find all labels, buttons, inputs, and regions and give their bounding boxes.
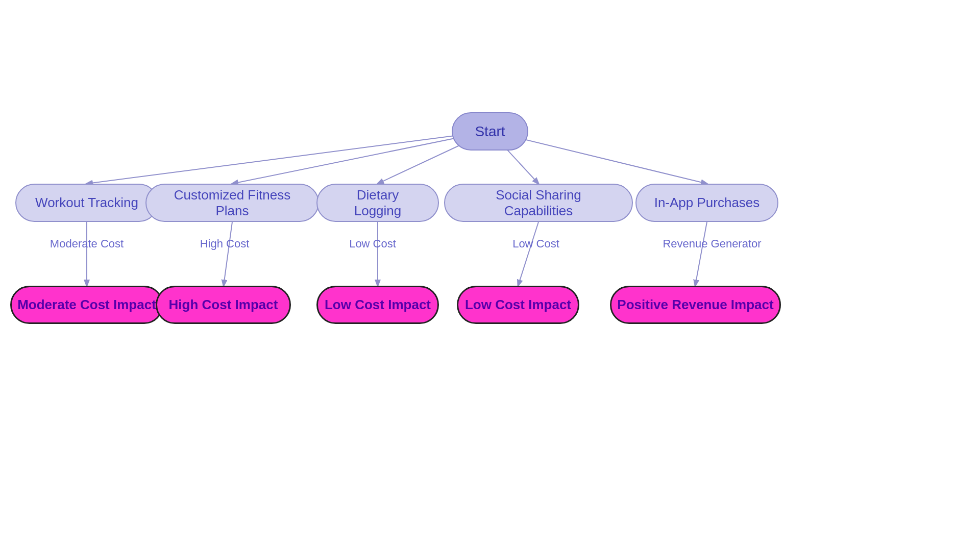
start-node: Start	[452, 112, 528, 151]
edge-label-dietary: Low Cost	[342, 237, 403, 251]
fitness-node: Customized Fitness Plans	[145, 184, 319, 222]
moderate-impact-label: Moderate Cost Impact	[17, 297, 156, 313]
moderate-impact-node: Moderate Cost Impact	[10, 286, 163, 324]
svg-line-0	[87, 131, 490, 184]
dietary-label: Dietary Logging	[333, 187, 423, 219]
low-impact-1-label: Low Cost Impact	[325, 297, 431, 313]
fitness-label: Customized Fitness Plans	[162, 187, 303, 219]
social-node: Social Sharing Capabilities	[444, 184, 633, 222]
svg-line-6	[224, 222, 232, 286]
low-impact-2-label: Low Cost Impact	[465, 297, 571, 313]
edge-label-fitness: High Cost	[194, 237, 255, 251]
svg-line-9	[695, 222, 707, 286]
edge-label-workout: Moderate Cost	[46, 237, 128, 251]
diagram-container: Start Workout Tracking Customized Fitnes…	[0, 0, 980, 551]
connectors-svg	[0, 0, 980, 551]
high-impact-node: High Cost Impact	[156, 286, 291, 324]
start-label: Start	[475, 123, 505, 140]
workout-label: Workout Tracking	[35, 195, 138, 211]
svg-line-1	[232, 131, 490, 184]
workout-node: Workout Tracking	[15, 184, 158, 222]
low-impact-2-node: Low Cost Impact	[457, 286, 579, 324]
inapp-label: In-App Purchases	[654, 195, 760, 211]
low-impact-1-node: Low Cost Impact	[316, 286, 439, 324]
revenue-impact-label: Positive Revenue Impact	[617, 297, 773, 313]
inapp-node: In-App Purchases	[635, 184, 778, 222]
revenue-impact-node: Positive Revenue Impact	[610, 286, 781, 324]
high-impact-label: High Cost Impact	[169, 297, 278, 313]
social-label: Social Sharing Capabilities	[460, 187, 617, 219]
edge-label-social: Low Cost	[505, 237, 567, 251]
dietary-node: Dietary Logging	[316, 184, 439, 222]
edge-label-inapp: Revenue Generator	[658, 237, 766, 251]
svg-line-8	[518, 222, 538, 286]
